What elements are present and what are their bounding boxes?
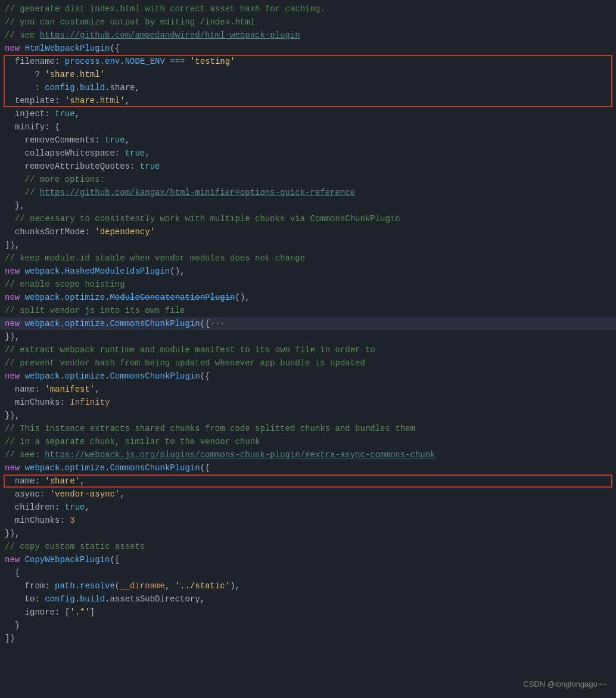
code-block: // generate dist index.html with correct… (0, 0, 616, 647)
code-line: ]), (0, 238, 616, 252)
code-line: name: 'share', (0, 474, 616, 488)
code-line: inject: true, (0, 107, 616, 120)
watermark: CSDN @longlongago~~ (523, 680, 606, 688)
code-line: // keep module.id stable when vendor mod… (0, 252, 616, 265)
code-line: // in a separate chunk, similar to the v… (0, 435, 616, 448)
code-line: async: 'vendor-async', (0, 488, 616, 501)
red-box-1-wrapper: filename: process.env.NODE_ENV === 'test… (0, 55, 616, 107)
code-line: }), (0, 330, 616, 343)
code-line: removeAttributeQuotes: true (0, 160, 616, 173)
code-line: // prevent vendor hash from being update… (0, 356, 616, 370)
code-line: : config.build.share, (0, 81, 616, 94)
code-line: new webpack.optimize.ModuleConcatenation… (0, 291, 616, 304)
red-box-2-wrapper: name: 'share', (0, 474, 616, 488)
code-line: // enable scope hoisting (0, 278, 616, 291)
code-line: minify: { (0, 120, 616, 134)
code-line: // split vendor js into its own file (0, 304, 616, 317)
code-line: minChunks: Infinity (0, 396, 616, 409)
code-line: new webpack.optimize.CommonsChunkPlugin(… (0, 370, 616, 383)
code-line: ]) (0, 632, 616, 645)
code-line: { (0, 566, 616, 579)
code-line: children: true, (0, 501, 616, 514)
code-line: // see https://github.com/ampedandwired/… (0, 29, 616, 42)
code-line: filename: process.env.NODE_ENV === 'test… (0, 55, 616, 68)
code-line: name: 'manifest', (0, 383, 616, 396)
code-line: }, (0, 199, 616, 212)
code-line: // necessary to consistently work with m… (0, 212, 616, 225)
code-line: ignore: ['.*'] (0, 606, 616, 619)
code-line: // see: https://webpack.js.org/plugins/c… (0, 448, 616, 461)
code-line: } (0, 619, 616, 632)
code-line: }), (0, 527, 616, 540)
code-line: from: path.resolve(__dirname, '../static… (0, 579, 616, 592)
code-line: // https://github.com/kangax/html-minifi… (0, 186, 616, 199)
code-line: // This instance extracts shared chunks … (0, 422, 616, 435)
code-line: collapseWhitespace: true, (0, 147, 616, 160)
code-line: // extract webpack runtime and module ma… (0, 343, 616, 356)
code-line: new webpack.optimize.CommonsChunkPlugin(… (0, 461, 616, 474)
code-line: new HtmlWebpackPlugin({ (0, 42, 616, 55)
code-line: removeComments: true, (0, 134, 616, 147)
code-line: // copy custom static assets (0, 540, 616, 553)
code-line: new CopyWebpackPlugin([ (0, 553, 616, 566)
code-line: new webpack.HashedModuleIdsPlugin(), (0, 265, 616, 278)
code-line: ? 'share.html' (0, 68, 616, 81)
code-line: new webpack.optimize.CommonsChunkPlugin(… (0, 317, 616, 330)
code-line: chunksSortMode: 'dependency' (0, 225, 616, 238)
code-line: // more options: (0, 173, 616, 186)
code-line: }), (0, 409, 616, 422)
code-line: to: config.build.assetsSubDirectory, (0, 592, 616, 606)
code-line: minChunks: 3 (0, 514, 616, 527)
code-line: template: 'share.html', (0, 94, 616, 107)
code-line: // you can customize output by editing /… (0, 15, 616, 29)
code-line: // generate dist index.html with correct… (0, 2, 616, 15)
